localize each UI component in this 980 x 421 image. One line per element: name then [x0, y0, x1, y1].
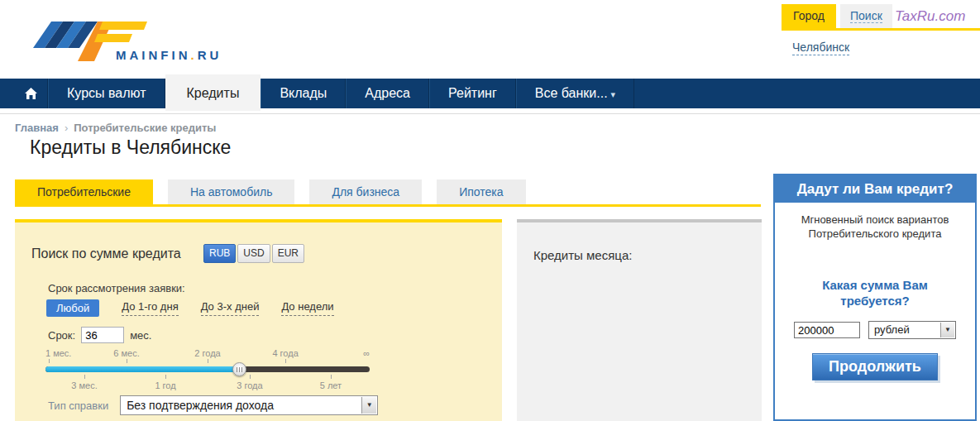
certificate-row: Тип справки Без подтверждения дохода ▼: [48, 395, 378, 415]
currency-select[interactable]: рублей ▼: [868, 321, 956, 339]
widget-form: рублей ▼: [775, 321, 975, 339]
slider-fill: [45, 366, 240, 372]
credit-category-tabs: Потребительские На автомобиль Для бизнес…: [15, 179, 526, 204]
currency-select-value: рублей: [874, 323, 910, 336]
credits-of-month-title: Кредиты месяца:: [533, 248, 632, 262]
slider-tick: [208, 359, 208, 363]
review-option-3days[interactable]: До 3-х дней: [201, 300, 260, 316]
currency-usd-button[interactable]: USD: [237, 244, 270, 263]
breadcrumb: Главная›Потребительские кредиты: [15, 122, 216, 134]
review-term-label: Срок рассмотрения заявки:: [48, 282, 185, 294]
term-label: Срок:: [48, 329, 75, 342]
slider-label-infinity: ∞: [363, 348, 370, 358]
page-title: Кредиты в Челябинске: [30, 136, 231, 159]
tab-mortgage[interactable]: Ипотека: [437, 179, 525, 204]
city-selector-link[interactable]: Челябинск: [792, 41, 849, 55]
home-icon: [25, 88, 37, 99]
currency-rub-button[interactable]: RUB: [203, 244, 236, 263]
term-unit: мес.: [130, 329, 151, 342]
term-months-input[interactable]: [81, 327, 124, 343]
currency-switcher: RUB USD EUR: [203, 244, 304, 263]
review-option-1day[interactable]: До 1-го дня: [122, 300, 178, 316]
tab-city[interactable]: Город: [782, 4, 836, 28]
nav-item-currency-rates[interactable]: Курсы валют: [48, 79, 165, 108]
nav-item-deposits[interactable]: Вклады: [261, 79, 346, 108]
main-nav: Курсы валют Кредиты Вклады Адреса Рейтин…: [0, 79, 980, 108]
slider-label-3months: 3 мес.: [71, 380, 97, 390]
slider-label-6months: 6 мес.: [113, 348, 139, 358]
header-yellow-rule: [782, 28, 980, 31]
search-panel-title: Поиск по сумме кредита: [31, 246, 181, 261]
review-term-options: Любой До 1-го дня До 3-х дней До недели: [46, 299, 334, 317]
certificate-type-select[interactable]: Без подтверждения дохода ▼: [120, 395, 378, 415]
tab-auto-credits[interactable]: На автомобиль: [168, 179, 294, 204]
breadcrumb-current: Потребительские кредиты: [74, 122, 216, 134]
certificate-type-label: Тип справки: [48, 399, 108, 412]
slider-tick: [127, 359, 127, 363]
slider-tick: [250, 375, 251, 379]
widget-question: Какая сумма Вам требуется?: [805, 277, 945, 309]
term-row: Срок: мес.: [48, 327, 151, 343]
continue-button[interactable]: Продолжить: [812, 353, 938, 380]
widget-subtitle: Мгновенный поиск вариантов Потребительск…: [791, 213, 959, 241]
slider-label-2years: 2 года: [194, 348, 220, 358]
credits-of-month-panel: Кредиты месяца:: [517, 219, 762, 421]
mainfin-logo[interactable]: MAINFIN.RU: [31, 12, 222, 66]
tabs-yellow-rule: [15, 204, 761, 207]
slider-label-3years: 3 года: [237, 380, 262, 390]
slider-tick: [165, 375, 166, 379]
slider-tick: [285, 359, 286, 363]
nav-home-button[interactable]: [15, 79, 48, 108]
credit-search-panel: Поиск по сумме кредита RUB USD EUR Срок …: [15, 219, 502, 421]
slider-label-4years: 4 года: [272, 348, 298, 358]
review-option-any[interactable]: Любой: [46, 299, 99, 317]
tab-business-credits[interactable]: Для бизнеса: [309, 179, 422, 204]
partner-link[interactable]: TaxRu.com: [895, 8, 965, 25]
nav-divider: [0, 113, 980, 114]
nav-item-addresses[interactable]: Адреса: [346, 79, 429, 108]
breadcrumb-home-link[interactable]: Главная: [15, 122, 59, 134]
page: MAINFIN.RU Город Поиск TaxRu.com Челябин…: [0, 0, 980, 421]
slider-tick: [84, 375, 85, 379]
slider-label-5years: 5 лет: [320, 380, 342, 390]
select-arrow-icon[interactable]: ▼: [940, 323, 954, 337]
tab-search[interactable]: Поиск: [840, 4, 892, 28]
credit-check-widget: Дадут ли Вам кредит? Мгновенный поиск ва…: [773, 174, 977, 421]
select-arrow-icon[interactable]: ▼: [361, 397, 376, 414]
slider-tick: [49, 359, 50, 363]
tab-consumer-credits[interactable]: Потребительские: [15, 179, 153, 204]
slider-handle[interactable]: [232, 362, 246, 376]
review-option-week[interactable]: До недели: [281, 300, 333, 316]
currency-eur-button[interactable]: EUR: [272, 244, 304, 263]
nav-item-credits[interactable]: Кредиты: [165, 74, 261, 111]
amount-input[interactable]: [794, 322, 860, 338]
certificate-type-value: Без подтверждения дохода: [127, 399, 274, 412]
slider-tick: [331, 375, 332, 379]
nav-item-rating[interactable]: Рейтинг: [429, 79, 516, 108]
slider-grip-icon: [237, 367, 243, 372]
term-slider: 1 мес. 6 мес. 2 года 4 года ∞ 3 мес. 1 г…: [45, 348, 370, 396]
logo-wordmark: MAINFIN.RU: [116, 48, 222, 62]
chevron-down-icon: ▾: [611, 89, 616, 99]
slider-track[interactable]: [45, 366, 370, 372]
widget-title: Дадут ли Вам кредит?: [775, 175, 975, 203]
breadcrumb-separator: ›: [65, 122, 68, 134]
slider-label-1year: 1 год: [155, 380, 175, 390]
slider-label-1month: 1 мес.: [45, 348, 71, 358]
nav-item-all-banks[interactable]: Все банки...▾: [516, 79, 634, 108]
